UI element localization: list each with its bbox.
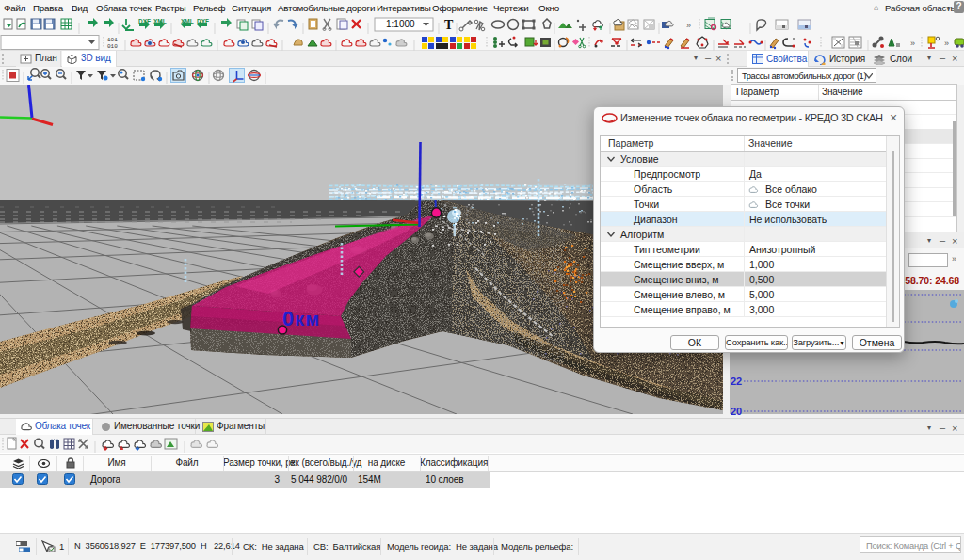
svg-text:1:1000: 1:1000 (386, 19, 415, 29)
svg-text:101: 101 (107, 37, 118, 43)
svg-text:»: » (944, 39, 949, 48)
svg-text:»: » (910, 39, 915, 48)
svg-text:22: 22 (731, 376, 742, 387)
svg-text:0км: 0км (282, 307, 320, 330)
svg-text:010: 010 (107, 43, 118, 50)
svg-text:20: 20 (731, 406, 742, 417)
svg-text:»: » (686, 21, 691, 30)
svg-text:T: T (444, 18, 454, 32)
